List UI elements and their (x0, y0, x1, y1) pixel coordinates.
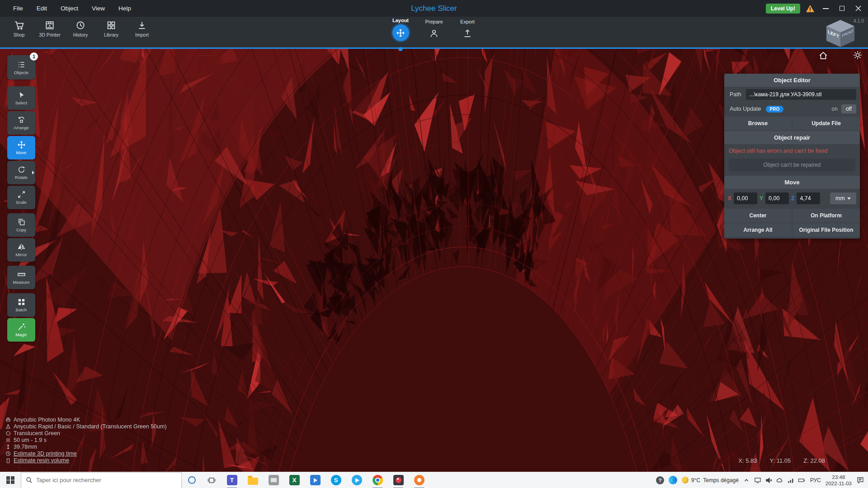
close-button[interactable] (853, 3, 863, 14)
weather-widget[interactable]: 9°C Temps dégagé (682, 477, 739, 483)
tray-expand-chevron[interactable] (743, 477, 750, 483)
coord-y: Y: 11.05 (770, 457, 791, 464)
warning-icon[interactable] (806, 5, 815, 13)
start-button[interactable] (0, 472, 21, 488)
unit-dropdown[interactable]: mm (830, 192, 856, 204)
object-editor-title: Object Editor (724, 74, 860, 87)
taskbar-app-skype[interactable]: S (326, 472, 346, 488)
browser-circle-icon[interactable] (669, 476, 677, 484)
tab-prepare[interactable]: Prepare (420, 17, 448, 47)
tool-copy[interactable]: Copy (7, 213, 35, 237)
library-button[interactable]: Library (98, 20, 125, 38)
coord-x: X: 5.83 (738, 457, 757, 464)
weather-moon-icon (682, 477, 689, 483)
resin-profile-line[interactable]: Anycubic Rapid / Basic / Standard (Trans… (5, 423, 167, 430)
original-file-position-button[interactable]: Original File Position (793, 223, 860, 237)
network-icon[interactable] (787, 477, 794, 484)
volume-icon[interactable] (765, 477, 772, 484)
tool-mirror[interactable]: Mirror (7, 238, 35, 262)
resin-color-icon (5, 431, 11, 436)
taskbar-clock[interactable]: 23:48 2022-11-03 (826, 474, 852, 487)
taskbar-app-excel[interactable]: X (284, 472, 305, 488)
3d-printer-button[interactable]: 3D Printer (36, 20, 63, 38)
tool-scale[interactable]: Scale (7, 186, 35, 209)
browse-button[interactable]: Browse (724, 117, 792, 130)
cursor-coordinates: X: 5.83 Y: 11.05 Z: 22.08 (738, 457, 825, 464)
taskbar-app-generic[interactable] (263, 472, 284, 488)
menu-help[interactable]: Help (112, 0, 138, 17)
version-label: 4.1.0 (854, 18, 864, 23)
magic-wand-icon (17, 323, 26, 331)
task-view-button[interactable] (202, 472, 222, 488)
home-view-button[interactable] (818, 51, 828, 61)
view-cube[interactable]: LEFT FRONT (824, 19, 857, 48)
auto-update-label: Auto Update (728, 106, 763, 112)
taskbar-search[interactable] (21, 472, 182, 488)
taskbar-app-teams[interactable]: T (222, 472, 242, 488)
language-indicator[interactable]: РУС (810, 477, 821, 483)
shop-button[interactable]: Shop (5, 20, 33, 38)
volume-icon (5, 458, 11, 463)
path-row: Path ...\кама-219 для УАЗ-3909.stl (724, 87, 860, 102)
arrange-all-button[interactable]: Arrange All (724, 223, 792, 237)
taskbar-app-telegram[interactable] (346, 472, 367, 488)
tab-export[interactable]: Export (453, 17, 481, 47)
maximize-button[interactable] (836, 3, 847, 14)
settings-gear-icon[interactable] (853, 50, 863, 60)
update-file-button[interactable]: Update File (793, 117, 860, 130)
estimate-print-time-link[interactable]: Estimate 3D printing time (5, 450, 167, 457)
estimate-resin-volume-link[interactable]: Estimate resin volume (5, 457, 167, 464)
cart-icon (14, 20, 24, 30)
menu-edit[interactable]: Edit (30, 0, 54, 17)
move-x-input[interactable]: 0,00 (734, 192, 757, 204)
tool-move[interactable]: Move (7, 136, 35, 160)
taskbar-app-lychee[interactable] (388, 472, 409, 488)
menu-view[interactable]: View (85, 0, 112, 17)
left-tool-sidebar: Objects 1 Select Arrange Move Rotate Sca… (7, 55, 36, 346)
tool-batch[interactable]: Batch (7, 293, 35, 317)
taskbar-apps: T X S (222, 472, 429, 488)
search-input[interactable] (36, 477, 177, 483)
on-platform-button[interactable]: On Platform (793, 209, 860, 222)
path-value-field[interactable]: ...\кама-219 для УАЗ-3909.stl (746, 89, 856, 100)
menu-object[interactable]: Object (54, 0, 85, 17)
auto-update-on-option[interactable]: on (832, 106, 838, 112)
tool-magic[interactable]: Magic (7, 318, 35, 342)
auto-update-off-option[interactable]: off (841, 104, 856, 113)
action-center-button[interactable] (856, 476, 864, 484)
cortana-button[interactable] (182, 472, 202, 488)
display-icon[interactable] (754, 477, 761, 484)
move-y-input[interactable]: 0,00 (765, 192, 789, 204)
printer-name-line[interactable]: Anycubic Photon Mono 4K (5, 416, 167, 423)
model-height-line[interactable]: 39.78mm (5, 443, 167, 450)
taskbar-app-chrome[interactable] (367, 472, 388, 488)
history-button[interactable]: History (67, 20, 94, 38)
objects-panel-button[interactable]: Objects 1 (7, 55, 35, 80)
layer-height-line[interactable]: 50 um - 1.9 s (5, 436, 167, 443)
taskbar-app-explorer[interactable] (242, 472, 263, 488)
rotate-submenu-caret (32, 171, 34, 174)
tool-measure[interactable]: Measure (7, 266, 35, 289)
tool-rotate[interactable]: Rotate (7, 161, 35, 184)
object-editor-panel: Object Editor Path ...\кама-219 для УАЗ-… (724, 74, 860, 239)
tab-layout[interactable]: Layout (387, 17, 415, 47)
taskbar-app-movies[interactable] (305, 472, 326, 488)
weather-temp: 9°C (691, 477, 700, 483)
tool-select[interactable]: Select (7, 86, 35, 110)
level-up-button[interactable]: Level Up! (766, 4, 800, 14)
resin-color-line[interactable]: Translucent Green (5, 430, 167, 436)
center-button[interactable]: Center (724, 209, 792, 222)
menu-file[interactable]: File (6, 0, 30, 17)
taskbar-app-blender[interactable] (409, 472, 429, 488)
battery-icon[interactable] (798, 477, 806, 484)
tool-arrange[interactable]: Arrange (7, 111, 35, 135)
minimize-button[interactable] (820, 3, 831, 14)
path-label: Path (728, 91, 743, 98)
cloud-icon[interactable] (776, 477, 783, 484)
help-button[interactable]: ? (656, 476, 664, 484)
import-button[interactable]: Import (128, 20, 156, 38)
pro-badge: PRO (766, 106, 784, 113)
move-z-input[interactable]: 4,74 (797, 192, 820, 204)
mirror-icon (17, 243, 26, 251)
export-arrow-icon (462, 28, 472, 38)
